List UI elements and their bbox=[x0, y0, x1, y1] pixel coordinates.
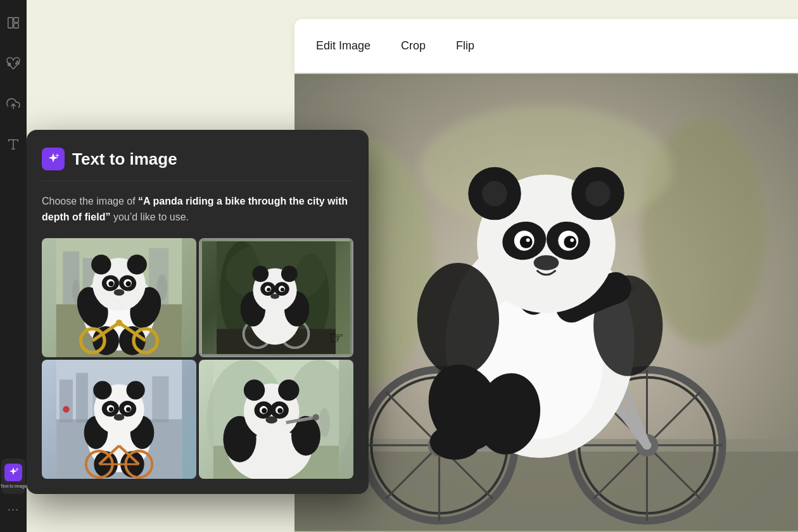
svg-point-147 bbox=[244, 379, 265, 400]
svg-rect-116 bbox=[152, 376, 168, 422]
svg-point-131 bbox=[126, 407, 130, 411]
svg-point-79 bbox=[125, 281, 130, 286]
sidebar-item-elements[interactable] bbox=[3, 53, 23, 73]
image-option-3[interactable] bbox=[42, 360, 196, 479]
svg-point-38 bbox=[585, 181, 611, 206]
svg-rect-114 bbox=[76, 372, 88, 422]
sidebar-bottom: Text to image ··· bbox=[1, 459, 25, 519]
svg-point-148 bbox=[278, 379, 299, 400]
panel-header: Text to image bbox=[42, 148, 353, 181]
image-grid: ☞ bbox=[42, 238, 353, 479]
description-suffix: you’d like to use. bbox=[110, 212, 189, 222]
sidebar-item-layout[interactable] bbox=[3, 13, 23, 33]
svg-point-47 bbox=[534, 255, 559, 270]
panel-description: Choose the image of “A panda riding a bi… bbox=[42, 194, 353, 225]
svg-marker-54 bbox=[16, 61, 19, 64]
panda-main-image bbox=[294, 73, 798, 532]
panda-image-1-svg bbox=[42, 238, 196, 357]
svg-point-125 bbox=[126, 381, 144, 399]
sidebar-item-text-to-image[interactable]: Text to image bbox=[1, 459, 25, 494]
top-toolbar: Edit Image Crop Flip bbox=[294, 19, 798, 73]
image-option-1[interactable] bbox=[42, 238, 196, 357]
edit-image-button[interactable]: Edit Image bbox=[314, 34, 373, 58]
sidebar-item-upload[interactable] bbox=[3, 94, 23, 114]
flip-button[interactable]: Flip bbox=[453, 34, 477, 58]
svg-point-48 bbox=[417, 263, 499, 376]
elements-icon bbox=[6, 56, 20, 70]
svg-rect-113 bbox=[60, 379, 73, 422]
panel-icon bbox=[42, 148, 65, 170]
text-icon bbox=[6, 137, 20, 151]
image-cell-2: ☞ bbox=[200, 239, 352, 356]
svg-rect-50 bbox=[8, 18, 13, 28]
svg-point-83 bbox=[116, 319, 122, 326]
svg-point-36 bbox=[482, 181, 507, 206]
svg-point-43 bbox=[520, 236, 533, 248]
left-sidebar: Text to image ··· bbox=[0, 0, 27, 532]
svg-point-124 bbox=[93, 381, 111, 399]
upload-icon bbox=[6, 97, 20, 111]
svg-point-130 bbox=[109, 407, 113, 411]
svg-point-32 bbox=[430, 424, 481, 460]
svg-point-46 bbox=[570, 238, 574, 242]
panda-image-2-svg bbox=[202, 241, 350, 354]
svg-point-154 bbox=[277, 408, 282, 413]
image-cell-3 bbox=[42, 360, 196, 479]
svg-rect-52 bbox=[14, 23, 18, 28]
svg-point-73 bbox=[127, 255, 147, 274]
svg-rect-51 bbox=[14, 18, 18, 22]
image-cell-4 bbox=[199, 360, 353, 479]
svg-point-44 bbox=[564, 236, 576, 248]
svg-point-142 bbox=[319, 408, 330, 437]
layout-icon bbox=[6, 16, 20, 30]
svg-point-102 bbox=[252, 265, 269, 282]
panda-image-4-svg bbox=[199, 360, 353, 479]
sparkle-icon bbox=[7, 466, 20, 479]
image-option-2[interactable]: ☞ bbox=[199, 238, 353, 357]
svg-point-110 bbox=[270, 294, 279, 299]
sidebar-text-to-image-label: Text to image bbox=[1, 484, 26, 489]
cursor-pointer: ☞ bbox=[329, 328, 344, 348]
svg-point-155 bbox=[265, 416, 277, 423]
svg-point-80 bbox=[114, 289, 125, 295]
crop-button[interactable]: Crop bbox=[398, 34, 428, 58]
image-cell-1 bbox=[42, 238, 196, 357]
svg-point-117 bbox=[63, 406, 69, 412]
svg-point-132 bbox=[114, 414, 125, 420]
panel-sparkle-icon bbox=[46, 152, 60, 166]
panel-title: Text to image bbox=[72, 149, 177, 169]
main-image-area bbox=[294, 73, 798, 532]
description-prefix: Choose the image of bbox=[42, 196, 138, 206]
svg-point-78 bbox=[108, 281, 113, 286]
more-icon: ··· bbox=[8, 503, 19, 516]
svg-point-108 bbox=[267, 288, 270, 291]
image-option-4[interactable] bbox=[199, 360, 353, 479]
svg-point-45 bbox=[526, 238, 530, 242]
text-to-image-icon bbox=[4, 464, 22, 481]
svg-point-103 bbox=[281, 265, 298, 282]
svg-point-49 bbox=[593, 276, 662, 376]
svg-point-157 bbox=[312, 414, 319, 420]
sidebar-item-text[interactable] bbox=[3, 134, 23, 155]
panda-image-3-svg bbox=[42, 360, 196, 479]
svg-point-153 bbox=[262, 408, 267, 413]
svg-point-109 bbox=[281, 288, 284, 291]
text-to-image-panel: Text to image Choose the image of “A pan… bbox=[27, 130, 369, 494]
svg-point-72 bbox=[91, 255, 111, 274]
sidebar-more-button[interactable]: ··· bbox=[3, 499, 23, 519]
